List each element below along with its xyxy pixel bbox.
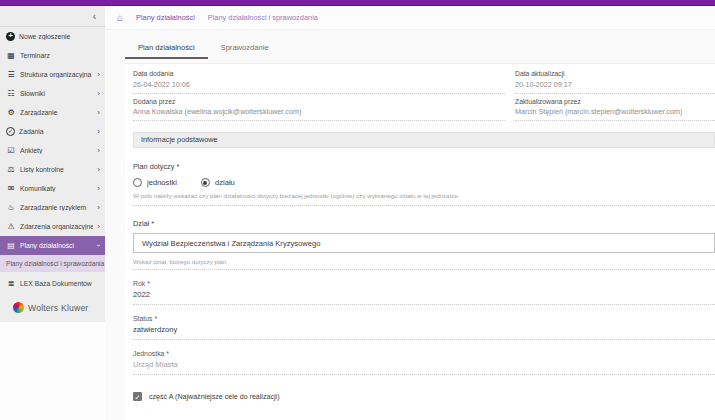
sidebar-item-nowe-zgloszenie[interactable]: + Nowe zgłoszenie (0, 27, 105, 46)
flame-icon: ♨ (6, 203, 16, 213)
plan-details-card: Data dodania 26-04-2022 10:06 Data aktua… (125, 63, 715, 420)
radio-option-jednostki[interactable]: jednostki (133, 178, 177, 187)
meta-value: Anna Kowalska (ewelina.wojcik@woltersklu… (133, 107, 505, 116)
sidebar-item-label: Zarządzanie (20, 109, 93, 116)
meta-value: Marcin Stępień (marcin.stepien@wolterskl… (515, 107, 715, 116)
breadcrumb-item-plany-dzialalnosci[interactable]: Plany działalności (136, 13, 195, 22)
meta-data-dodania: Data dodania 26-04-2022 10:06 (133, 66, 505, 94)
field-plan-dotyczy: Plan dotyczy * jednostki działu W polu n… (133, 162, 715, 206)
dzial-input[interactable]: Wydział Bezpieczeństwa i Zarządzania Kry… (133, 233, 715, 253)
field-value: Urząd Miasta (133, 360, 715, 369)
chevron-right-icon: › (97, 203, 100, 212)
wolters-kluwer-logo: Wolters Kluwer (0, 293, 105, 322)
plus-circle-icon: + (6, 32, 15, 41)
radio-circle (133, 178, 142, 187)
radio-label: działu (215, 178, 235, 187)
meta-grid: Data dodania 26-04-2022 10:06 Data aktua… (133, 66, 715, 121)
clipboard-icon: ▤ (6, 241, 16, 251)
meta-label: Data aktualizacji (515, 70, 715, 77)
sidebar-item-label: LEX Baza Dokumentów (20, 280, 100, 287)
field-label: Status * (133, 315, 715, 322)
breadcrumb-item-plany-dzialalnosci-i-sprawozdania[interactable]: Plany działalności i sprawozdania (208, 13, 318, 22)
meta-data-aktualizacji: Data aktualizacji 20-10-2022 09:17 (515, 66, 715, 94)
sidebar-subitem-plany-dzialalnosci-i-sprawozdania[interactable]: Plany działalności i sprawozdania (0, 255, 105, 272)
sidebar-item-slowniki[interactable]: ☷ Słowniki › (0, 84, 105, 103)
chevron-right-icon: › (97, 184, 100, 193)
sidebar-item-label: Nowe zgłoszenie (19, 33, 100, 40)
sidebar-subitem-label: Plany działalności i sprawozdania (6, 260, 104, 267)
book-icon: ≣ (6, 279, 16, 289)
home-icon[interactable]: ⌂ (117, 12, 123, 23)
meta-value: 20-10-2022 09:17 (515, 80, 715, 89)
sidebar-item-plany-dzialalnosci[interactable]: ▤ Plany działalności › (0, 236, 105, 255)
field-label: Plan dotyczy * (133, 162, 715, 171)
sidebar-item-struktura-organizacyjna[interactable]: ☰ Struktura organizacyjna › (0, 65, 105, 84)
sidebar-item-zarzadzanie[interactable]: ⚙ Zarządzanie › (0, 103, 105, 122)
radio-label: jednostki (147, 178, 177, 187)
sidebar-item-label: Komunikaty (20, 185, 93, 192)
field-value: 2022 (133, 290, 715, 299)
sidebar-item-label: Zdarzenia organizacyjne (20, 223, 93, 230)
sidebar-item-ankiety[interactable]: ☑ Ankiety › (0, 141, 105, 160)
sidebar-collapse-button[interactable]: ‹ (0, 6, 105, 27)
breadcrumb: ⌂ Plany działalności Plany działalności … (105, 6, 715, 30)
field-hint: W polu należy wskazać czy plan działalno… (133, 192, 715, 199)
section-header-informacje-podstawowe: Informacje podstawowe (133, 132, 715, 148)
field-label: Jednostka * (133, 350, 715, 357)
task-check-icon: ✓ (6, 127, 15, 136)
meta-label: Dodana przez (133, 98, 505, 105)
meta-value: 26-04-2022 10:06 (133, 80, 505, 89)
gear-icon: ⚙ (6, 108, 16, 118)
survey-icon: ☑ (6, 146, 16, 156)
chevron-right-icon: › (97, 89, 100, 98)
checkbox-box (133, 392, 142, 401)
checkbox-label: część A (Najważniejsze cele do realizacj… (149, 393, 280, 401)
sidebar-item-label: Struktura organizacyjna (20, 71, 93, 78)
chevron-right-icon: › (97, 127, 100, 136)
field-hint: Wskaż dział, którego dotyczy plan. (133, 258, 715, 270)
sidebar-item-zdarzenia-organizacyjne[interactable]: ⚠ Zdarzenia organizacyjne › (0, 217, 105, 236)
field-jednostka: Jednostka * Urząd Miasta (133, 350, 715, 375)
sidebar-item-lex-baza-dokumentow[interactable]: ≣ LEX Baza Dokumentów (0, 274, 105, 293)
meta-dodana-przez: Dodana przez Anna Kowalska (ewelina.wojc… (133, 94, 505, 122)
field-dzial: Dział * Wydział Bezpieczeństwa i Zarządz… (133, 219, 715, 270)
field-status: Status * zatwierdzony (133, 315, 715, 340)
field-rok: Rok * 2022 (133, 280, 715, 305)
sidebar-item-listy-kontrolne[interactable]: ⚖ Listy kontrolne › (0, 160, 105, 179)
wolters-kluwer-logo-text: Wolters Kluwer (28, 303, 88, 313)
dictionary-icon: ☷ (6, 89, 16, 99)
chevron-right-icon: › (97, 222, 100, 231)
chevron-down-icon: › (94, 244, 103, 247)
sidebar-item-label: Słowniki (20, 90, 93, 97)
calendar-icon: ▦ (6, 51, 16, 61)
sidebar: ‹ + Nowe zgłoszenie ▦ Terminarz ☰ Strukt… (0, 6, 105, 420)
sidebar-item-zadania[interactable]: ✓ Zadania › (0, 122, 105, 141)
meta-label: Zaktualizowana przez (515, 98, 715, 105)
radio-group-plan-dotyczy: jednostki działu (133, 178, 715, 187)
wolters-kluwer-globe-icon (13, 302, 24, 313)
sidebar-item-label: Terminarz (20, 52, 100, 59)
chevron-right-icon: › (97, 146, 100, 155)
sidebar-item-label: Zadania (19, 128, 93, 135)
sidebar-item-komunikaty[interactable]: ✉ Komunikaty › (0, 179, 105, 198)
app-shell: ‹ + Nowe zgłoszenie ▦ Terminarz ☰ Strukt… (0, 6, 715, 420)
tab-plan-dzialalnosci[interactable]: Plan działalności (125, 39, 208, 59)
sidebar-item-zarzadzanie-ryzykiem[interactable]: ♨ Zarządzanie ryzykiem › (0, 198, 105, 217)
sidebar-item-label: Listy kontrolne (20, 166, 93, 173)
scales-icon: ⚖ (6, 165, 16, 175)
chevron-right-icon: › (97, 70, 100, 79)
sidebar-filler (0, 322, 105, 420)
tab-bar: Plan działalności Sprawozdanie (105, 30, 715, 59)
meta-label: Data dodania (133, 70, 505, 77)
radio-circle (201, 178, 210, 187)
sidebar-item-terminarz[interactable]: ▦ Terminarz (0, 46, 105, 65)
field-value: zatwierdzony (133, 325, 715, 334)
collapse-chevron-icon: ‹ (93, 11, 96, 22)
sidebar-item-label: Ankiety (20, 147, 93, 154)
tab-sprawozdanie[interactable]: Sprawozdanie (208, 39, 282, 59)
main-area: ⌂ Plany działalności Plany działalności … (105, 6, 715, 420)
field-label: Rok * (133, 280, 715, 287)
org-structure-icon: ☰ (6, 70, 16, 80)
radio-option-dzialu[interactable]: działu (201, 178, 235, 187)
checkbox-czesc-a[interactable]: część A (Najważniejsze cele do realizacj… (133, 392, 715, 401)
